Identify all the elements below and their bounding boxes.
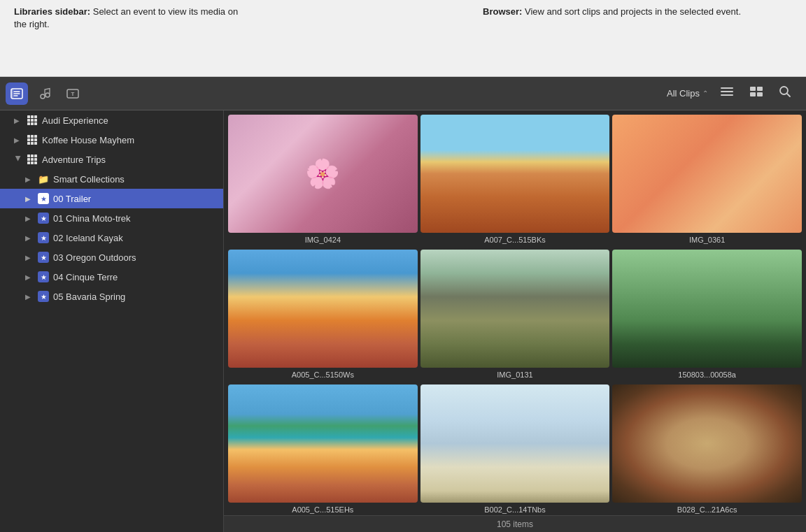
clip-a005c-ws[interactable]: A005_C...5150Ws — [228, 250, 418, 382]
svg-point-3 — [45, 93, 50, 97]
svg-rect-1 — [11, 89, 13, 99]
toolbar: T All Clips ⌃ — [0, 77, 806, 110]
svg-rect-12 — [757, 92, 763, 96]
sidebar-item-koffee[interactable]: ▶ Koffee House Mayhem — [0, 130, 223, 150]
clip-label-b002c: B002_C...14TNbs — [420, 505, 610, 515]
adventure-arrow-icon: ▶ — [15, 155, 22, 164]
clip-thumb-img0424 — [228, 115, 418, 233]
clip-thumb-a005c-ws — [228, 250, 418, 368]
iceland-label: 02 Iceland Kayak — [53, 233, 123, 243]
clip-label-img0361: IMG_0361 — [612, 236, 802, 247]
china-star-icon: ★ — [38, 213, 49, 224]
adventure-label: Adventure Trips — [42, 154, 106, 165]
sidebar-item-adventure[interactable]: ▶ Adventure Trips — [0, 150, 223, 169]
clip-img0131[interactable]: IMG_0131 — [420, 250, 610, 382]
china-arrow-icon: ▶ — [25, 215, 34, 222]
titles-icon[interactable]: T — [62, 82, 84, 105]
bavaria-star-icon: ★ — [38, 291, 49, 302]
clip-label-a007c: A007_C...515BKs — [420, 236, 610, 247]
libraries-icon[interactable] — [6, 82, 28, 105]
audi-arrow-icon: ▶ — [14, 117, 22, 124]
smart-arrow-icon: ▶ — [25, 175, 34, 183]
toolbar-right: All Clips ⌃ — [229, 82, 800, 105]
list-view-icon[interactable] — [716, 82, 737, 104]
clip-thumb-150803 — [612, 250, 802, 368]
svg-rect-11 — [750, 92, 756, 96]
svg-rect-7 — [721, 91, 733, 92]
sidebar-item-cinque[interactable]: ▶ ★ 04 Cinque Terre — [0, 267, 223, 287]
sidebar-item-china[interactable]: ▶ ★ 01 China Moto-trek — [0, 208, 223, 228]
svg-text:T: T — [71, 91, 75, 97]
app-window: T All Clips ⌃ — [0, 77, 806, 532]
audi-grid-icon — [27, 115, 38, 126]
clip-label-a005c-ws: A005_C...5150Ws — [228, 371, 418, 382]
cinque-star-icon: ★ — [38, 271, 49, 282]
clip-thumb-a005c-ehs — [228, 384, 418, 503]
bavaria-label: 05 Bavaria Spring — [53, 292, 125, 302]
sidebar-item-oregon[interactable]: ▶ ★ 03 Oregon Outdoors — [0, 247, 223, 267]
clip-b028c[interactable]: B028_C...21A6cs — [612, 384, 802, 515]
clip-label-150803: 150803...00058a — [612, 371, 802, 382]
smart-label: Smart Collections — [53, 174, 125, 185]
cinque-arrow-icon: ▶ — [25, 273, 34, 281]
clip-img0361[interactable]: IMG_0361 — [612, 115, 802, 247]
sidebar: ▶ Audi Experience ▶ — [0, 110, 224, 532]
koffee-arrow-icon: ▶ — [14, 136, 22, 144]
clips-selector[interactable]: All Clips ⌃ — [667, 88, 708, 99]
clip-a005c-ehs[interactable]: A005_C...515EHs — [228, 384, 418, 515]
clips-label: All Clips — [667, 88, 700, 99]
trailer-star-icon: ★ — [38, 193, 49, 204]
browser: IMG_0424 A007_C...515BKs IMG_0361 A005_C… — [224, 110, 806, 532]
clip-150803[interactable]: 150803...00058a — [612, 250, 802, 382]
koffee-grid-icon — [27, 134, 38, 145]
svg-point-2 — [41, 94, 45, 99]
annotation-right-desc: View and sort clips and projects in the … — [522, 6, 741, 17]
annotation-right-title: Browser: — [483, 6, 522, 17]
annotation-right: Browser: View and sort clips and project… — [245, 6, 792, 18]
status-text: 105 items — [497, 519, 533, 529]
trailer-label: 00 Trailer — [53, 194, 91, 204]
clip-thumb-a007c — [420, 115, 610, 233]
sidebar-item-trailer[interactable]: ▶ ★ 00 Trailer — [0, 189, 223, 208]
annotation-left-title: Libraries sidebar: — [14, 6, 90, 17]
iceland-arrow-icon: ▶ — [25, 234, 34, 242]
clip-b002c[interactable]: B002_C...14TNbs — [420, 384, 610, 515]
clip-thumb-b028c — [612, 384, 802, 503]
music-icon[interactable] — [34, 82, 56, 105]
adventure-grid-icon — [27, 154, 38, 165]
trailer-arrow-icon: ▶ — [25, 195, 34, 203]
clip-a007c[interactable]: A007_C...515BKs — [420, 115, 610, 247]
browser-status: 105 items — [224, 515, 806, 532]
bavaria-arrow-icon: ▶ — [25, 293, 34, 301]
clip-thumb-b002c — [420, 384, 610, 503]
annotation-left: Libraries sidebar: Select an event to vi… — [14, 6, 245, 31]
clip-label-img0131: IMG_0131 — [420, 371, 610, 382]
clips-grid: IMG_0424 A007_C...515BKs IMG_0361 A005_C… — [224, 110, 806, 515]
sidebar-item-audi[interactable]: ▶ Audi Experience — [0, 110, 223, 130]
koffee-label: Koffee House Mayhem — [42, 135, 134, 145]
sidebar-item-iceland[interactable]: ▶ ★ 02 Iceland Kayak — [0, 228, 223, 247]
cinque-label: 04 Cinque Terre — [53, 272, 118, 282]
grid-view-icon[interactable] — [746, 82, 767, 104]
sidebar-item-smart-collections[interactable]: ▶ 📁 Smart Collections — [0, 169, 223, 189]
svg-rect-9 — [750, 87, 756, 91]
toolbar-left: T — [6, 82, 229, 105]
oregon-star-icon: ★ — [38, 252, 49, 263]
clip-thumb-img0361 — [612, 115, 802, 233]
oregon-arrow-icon: ▶ — [25, 254, 34, 261]
svg-rect-8 — [721, 94, 733, 96]
clips-arrow-icon: ⌃ — [702, 89, 708, 97]
search-icon[interactable] — [775, 82, 795, 105]
clip-label-b028c: B028_C...21A6cs — [612, 505, 802, 515]
svg-rect-10 — [757, 87, 763, 91]
sidebar-item-bavaria[interactable]: ▶ ★ 05 Bavaria Spring — [0, 287, 223, 306]
smart-folder-icon: 📁 — [38, 174, 49, 185]
svg-rect-6 — [721, 87, 733, 89]
clip-img0424[interactable]: IMG_0424 — [228, 115, 418, 247]
svg-point-13 — [780, 87, 788, 94]
china-label: 01 China Moto-trek — [53, 213, 131, 224]
clip-label-a005c-ehs: A005_C...515EHs — [228, 505, 418, 515]
audi-label: Audi Experience — [42, 115, 108, 126]
iceland-star-icon: ★ — [38, 232, 49, 243]
clip-thumb-img0131 — [420, 250, 610, 368]
